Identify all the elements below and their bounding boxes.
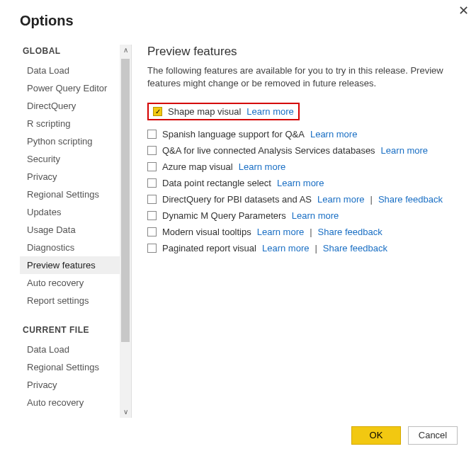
sidebar-item[interactable]: DirectQuery bbox=[20, 97, 120, 115]
feature-label: Azure map visual bbox=[162, 161, 233, 172]
feature-checkbox[interactable] bbox=[147, 244, 157, 253]
learn-more-link[interactable]: Learn more bbox=[292, 210, 339, 221]
feature-row: Paginated report visualLearn more|Share … bbox=[147, 240, 453, 256]
feature-label: Shape map visual bbox=[168, 106, 241, 117]
scrollbar[interactable]: ∧ ∨ bbox=[120, 45, 131, 418]
sidebar-item[interactable]: Security bbox=[20, 150, 120, 168]
feature-checkbox[interactable] bbox=[147, 130, 157, 139]
feature-label: Q&A for live connected Analysis Services… bbox=[162, 145, 375, 156]
feature-row: ✓Shape map visualLearn more bbox=[147, 100, 453, 126]
sidebar-item[interactable]: Report settings bbox=[20, 292, 120, 309]
learn-more-link[interactable]: Learn more bbox=[246, 106, 293, 117]
feature-checkbox[interactable] bbox=[147, 178, 157, 188]
feature-label: DirectQuery for PBI datasets and AS bbox=[162, 194, 312, 205]
feature-row: Q&A for live connected Analysis Services… bbox=[147, 142, 453, 159]
feature-row: Dynamic M Query ParametersLearn more bbox=[147, 207, 453, 224]
sidebar-item[interactable]: Regional Settings bbox=[20, 186, 120, 203]
scrollbar-thumb[interactable] bbox=[121, 59, 130, 342]
share-feedback-link[interactable]: Share feedback bbox=[318, 227, 382, 237]
feature-label: Dynamic M Query Parameters bbox=[162, 210, 286, 221]
learn-more-link[interactable]: Learn more bbox=[262, 243, 309, 253]
sidebar-section-current-file: CURRENT FILE bbox=[23, 325, 120, 335]
close-icon[interactable]: ✕ bbox=[458, 4, 469, 17]
panel-intro: The following features are available for… bbox=[147, 64, 453, 90]
feature-label: Data point rectangle select bbox=[162, 178, 271, 188]
feature-row: DirectQuery for PBI datasets and ASLearn… bbox=[147, 191, 453, 207]
sidebar-item[interactable]: Data Load bbox=[20, 341, 120, 358]
learn-more-link[interactable]: Learn more bbox=[277, 178, 324, 188]
learn-more-link[interactable]: Learn more bbox=[317, 194, 364, 205]
highlighted-feature: ✓Shape map visualLearn more bbox=[147, 103, 300, 120]
learn-more-link[interactable]: Learn more bbox=[239, 161, 285, 172]
main-panel: Preview features The following features … bbox=[132, 45, 460, 418]
learn-more-link[interactable]: Learn more bbox=[381, 145, 428, 156]
sidebar-item[interactable]: R scripting bbox=[20, 115, 120, 132]
sidebar-item[interactable]: Power Query Editor bbox=[20, 79, 120, 97]
sidebar: GLOBAL Data LoadPower Query EditorDirect… bbox=[20, 45, 132, 418]
feature-checkbox[interactable] bbox=[147, 146, 157, 155]
feature-label: Paginated report visual bbox=[162, 243, 256, 253]
dialog-title: Options bbox=[20, 13, 460, 29]
feature-list: ✓Shape map visualLearn moreSpanish langu… bbox=[147, 100, 453, 256]
feature-checkbox[interactable] bbox=[147, 227, 157, 236]
separator: | bbox=[310, 227, 312, 237]
share-feedback-link[interactable]: Share feedback bbox=[378, 194, 443, 205]
sidebar-item[interactable]: Privacy bbox=[20, 168, 120, 186]
sidebar-item[interactable]: Python scripting bbox=[20, 132, 120, 150]
share-feedback-link[interactable]: Share feedback bbox=[323, 243, 387, 253]
sidebar-item[interactable]: Auto recovery bbox=[20, 274, 120, 292]
feature-checkbox[interactable]: ✓ bbox=[153, 107, 162, 116]
sidebar-item[interactable]: Updates bbox=[20, 203, 120, 221]
feature-label: Modern visual tooltips bbox=[162, 227, 251, 237]
ok-button[interactable]: OK bbox=[351, 426, 401, 445]
cancel-button[interactable]: Cancel bbox=[408, 426, 458, 445]
sidebar-item[interactable]: Diagnostics bbox=[20, 239, 120, 256]
learn-more-link[interactable]: Learn more bbox=[310, 129, 357, 139]
chevron-up-icon[interactable]: ∧ bbox=[120, 45, 131, 56]
separator: | bbox=[314, 243, 317, 253]
feature-row: Modern visual tooltipsLearn more|Share f… bbox=[147, 224, 453, 240]
options-dialog: ✕ Options GLOBAL Data LoadPower Query Ed… bbox=[0, 0, 476, 456]
feature-checkbox[interactable] bbox=[147, 162, 157, 171]
sidebar-item[interactable]: Data Load bbox=[20, 62, 120, 79]
sidebar-section-global: GLOBAL bbox=[23, 46, 120, 56]
dialog-footer: OK Cancel bbox=[20, 418, 460, 445]
feature-row: Spanish language support for Q&ALearn mo… bbox=[147, 126, 453, 142]
feature-row: Data point rectangle selectLearn more bbox=[147, 175, 453, 191]
sidebar-item[interactable]: Auto recovery bbox=[20, 394, 120, 411]
sidebar-item[interactable]: Privacy bbox=[20, 376, 120, 394]
sidebar-item[interactable]: Regional Settings bbox=[20, 358, 120, 376]
feature-checkbox[interactable] bbox=[147, 195, 157, 204]
panel-heading: Preview features bbox=[147, 45, 453, 59]
feature-label: Spanish language support for Q&A bbox=[162, 129, 305, 139]
feature-checkbox[interactable] bbox=[147, 211, 157, 220]
chevron-down-icon[interactable]: ∨ bbox=[120, 406, 131, 418]
learn-more-link[interactable]: Learn more bbox=[257, 227, 304, 237]
feature-row: Azure map visualLearn more bbox=[147, 159, 453, 175]
separator: | bbox=[370, 194, 372, 205]
sidebar-item[interactable]: Preview features bbox=[20, 256, 120, 274]
dialog-body: GLOBAL Data LoadPower Query EditorDirect… bbox=[20, 45, 460, 418]
sidebar-item[interactable]: Usage Data bbox=[20, 221, 120, 239]
sidebar-list: GLOBAL Data LoadPower Query EditorDirect… bbox=[20, 45, 120, 418]
